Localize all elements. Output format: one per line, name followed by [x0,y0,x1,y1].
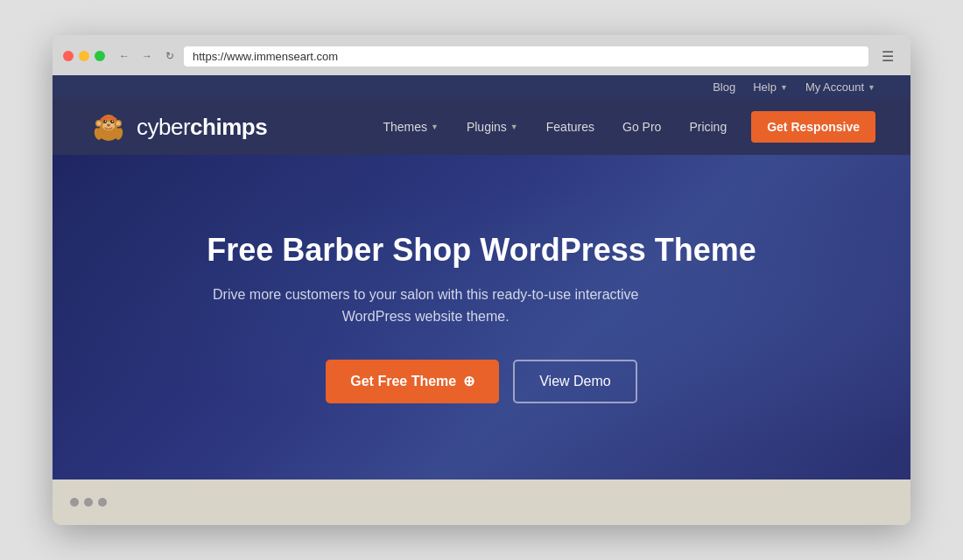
traffic-lights [63,51,105,61]
svg-point-10 [116,122,121,126]
help-link[interactable]: Help ▼ [753,80,788,94]
refresh-button[interactable]: ↻ [161,47,179,65]
forward-button[interactable]: → [138,47,156,65]
maximize-button[interactable] [95,51,105,61]
website-content: Blog Help ▼ My Account ▼ [53,75,910,525]
close-button[interactable] [63,51,74,61]
address-bar-wrapper [184,46,868,66]
logo-text: cyberchimps [137,114,267,141]
browser-menu-button[interactable]: ☰ [875,44,900,68]
hero-content: Free Barber Shop WordPress Theme Drive m… [207,231,756,402]
minimize-button[interactable] [79,51,89,61]
utility-bar: Blog Help ▼ My Account ▼ [53,75,910,99]
svg-point-5 [105,121,106,122]
nav-gopro[interactable]: Go Pro [610,113,673,141]
main-navigation: cyberchimps Themes ▼ Plugins ▼ Features … [53,99,910,155]
nav-features[interactable]: Features [534,113,607,141]
svg-point-9 [97,122,102,126]
circle-plus-icon: ⊕ [463,373,474,389]
hero-buttons: Get Free Theme ⊕ View Demo [207,360,756,403]
hero-subtitle: Drive more customers to your salon with … [207,284,644,328]
svg-point-11 [107,124,110,127]
address-bar[interactable] [193,50,860,63]
account-dropdown-arrow: ▼ [868,83,875,92]
preview-dot-2 [84,498,93,507]
browser-chrome: ← → ↻ ☰ [53,35,910,75]
nav-themes[interactable]: Themes ▼ [370,113,451,141]
plugins-dropdown-arrow: ▼ [510,122,518,131]
help-dropdown-arrow: ▼ [780,83,788,92]
browser-nav: ← → ↻ [116,46,868,66]
browser-titlebar: ← → ↻ ☰ [63,44,900,68]
nav-links: Themes ▼ Plugins ▼ Features Go Pro Prici… [370,111,875,143]
desktop-background: ← → ↻ ☰ Blog Help ▼ [0,0,963,560]
browser-window: ← → ↻ ☰ Blog Help ▼ [53,35,910,525]
preview-dot-1 [70,498,79,507]
preview-dot-3 [98,498,107,507]
blog-link[interactable]: Blog [713,80,735,94]
preview-strip [53,480,910,525]
svg-point-4 [110,120,114,123]
get-free-theme-button[interactable]: Get Free Theme ⊕ [326,360,499,403]
account-link[interactable]: My Account ▼ [805,80,875,94]
nav-cta-button[interactable]: Get Responsive [751,111,875,143]
view-demo-button[interactable]: View Demo [513,360,637,403]
logo-icon [88,106,130,148]
logo[interactable]: cyberchimps [88,106,267,148]
nav-plugins[interactable]: Plugins ▼ [454,113,531,141]
svg-point-3 [103,120,107,123]
svg-point-6 [112,121,113,122]
themes-dropdown-arrow: ▼ [431,122,439,131]
nav-pricing[interactable]: Pricing [677,113,739,141]
hero-section: Free Barber Shop WordPress Theme Drive m… [53,155,910,480]
hero-title: Free Barber Shop WordPress Theme [207,231,756,269]
preview-dots [70,498,107,507]
back-button[interactable]: ← [116,47,133,65]
